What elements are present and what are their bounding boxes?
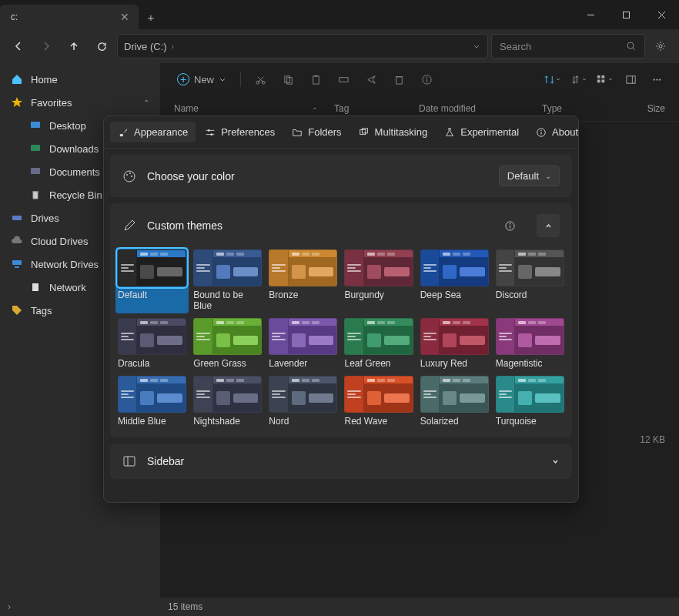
- documents-icon: [29, 166, 42, 177]
- svg-point-47: [131, 176, 132, 177]
- theme-option[interactable]: Bound to be Blue: [193, 249, 262, 311]
- theme-option[interactable]: Turquoise: [496, 376, 564, 427]
- drive-icon: [11, 212, 23, 224]
- minimize-button[interactable]: [573, 0, 608, 29]
- cut-button[interactable]: [249, 68, 272, 91]
- svg-rect-13: [32, 283, 38, 291]
- new-tab-button[interactable]: +: [139, 5, 163, 29]
- svg-rect-8: [31, 145, 40, 151]
- sort-button[interactable]: [540, 68, 564, 91]
- sidebar-item-home[interactable]: Home: [0, 68, 160, 91]
- column-date[interactable]: Date modified: [419, 103, 542, 114]
- theme-label: Deep Sea: [420, 290, 489, 300]
- chevron-up-icon[interactable]: ⌃: [143, 99, 149, 107]
- theme-option[interactable]: Magentistic: [496, 318, 564, 369]
- theme-option[interactable]: Lavender: [269, 318, 337, 369]
- copy-button[interactable]: [276, 68, 299, 91]
- up-button[interactable]: [62, 34, 86, 59]
- section-sidebar[interactable]: Sidebar: [110, 444, 572, 479]
- svg-point-41: [540, 129, 541, 130]
- refresh-button[interactable]: [89, 34, 114, 59]
- divider: [240, 72, 241, 87]
- themes-info-button[interactable]: [498, 214, 521, 237]
- group-button[interactable]: [567, 68, 590, 91]
- theme-option[interactable]: Middle Blue: [118, 376, 186, 427]
- settings-button[interactable]: [648, 34, 673, 59]
- address-bar[interactable]: Drive (C:) ›: [117, 34, 488, 59]
- tab-appearance[interactable]: Appearance: [110, 122, 196, 142]
- theme-option[interactable]: Discord: [496, 249, 564, 311]
- window-tab[interactable]: c: ✕: [0, 5, 139, 29]
- back-button[interactable]: [6, 34, 31, 59]
- theme-preview: [269, 376, 337, 413]
- collapse-button[interactable]: [537, 214, 560, 237]
- svg-rect-18: [313, 75, 319, 83]
- properties-button[interactable]: [415, 68, 438, 91]
- color-dropdown[interactable]: Default ⌄: [499, 166, 560, 186]
- theme-option[interactable]: Deep Sea: [420, 249, 489, 311]
- theme-preview: [193, 376, 262, 413]
- theme-option[interactable]: Bronze: [269, 249, 337, 311]
- svg-rect-11: [12, 260, 22, 265]
- preview-pane-button[interactable]: [619, 68, 642, 91]
- tab-experimental[interactable]: Experimental: [436, 122, 527, 142]
- layout-button[interactable]: [593, 68, 616, 91]
- column-tag[interactable]: Tag: [334, 103, 419, 114]
- status-chevron-icon[interactable]: ›: [8, 601, 11, 612]
- theme-option[interactable]: Leaf Green: [344, 318, 413, 369]
- sidebar-label: Tags: [31, 305, 52, 316]
- theme-preview: [420, 318, 489, 355]
- theme-option[interactable]: Luxury Red: [420, 318, 489, 369]
- tab-title: c:: [11, 12, 18, 22]
- theme-option[interactable]: Dracula: [118, 318, 186, 369]
- theme-option[interactable]: Nightshade: [193, 376, 262, 427]
- svg-point-31: [656, 79, 657, 80]
- theme-option[interactable]: Red Wave: [344, 376, 413, 427]
- search-input[interactable]: Search: [491, 34, 645, 59]
- svg-rect-25: [601, 75, 604, 78]
- maximize-button[interactable]: [608, 0, 644, 29]
- network-icon: [29, 282, 42, 293]
- palette-icon: [122, 169, 136, 183]
- theme-option[interactable]: Burgundy: [344, 249, 413, 311]
- theme-option[interactable]: Solarized: [420, 376, 489, 427]
- more-button[interactable]: [645, 68, 668, 91]
- column-type[interactable]: Type: [542, 103, 627, 114]
- rename-button[interactable]: [332, 68, 355, 91]
- svg-rect-26: [597, 79, 600, 82]
- share-button[interactable]: [360, 68, 383, 91]
- svg-line-5: [633, 48, 635, 50]
- theme-option[interactable]: Nord: [269, 376, 337, 427]
- svg-point-30: [653, 79, 654, 80]
- action-bar: + New: [160, 63, 679, 95]
- new-button[interactable]: + New: [171, 70, 232, 89]
- theme-option[interactable]: Default: [115, 247, 189, 313]
- sidebar-item-favorites[interactable]: Favorites ⌃: [0, 91, 160, 114]
- theme-label: Default: [118, 290, 186, 300]
- tab-multitasking[interactable]: Multitasking: [351, 122, 436, 142]
- forward-button[interactable]: [34, 34, 59, 59]
- sidebar-label: Network Drives: [31, 259, 99, 270]
- settings-body: Choose your color Default ⌄ Custom theme…: [104, 149, 578, 502]
- svg-rect-37: [360, 129, 365, 134]
- column-size[interactable]: Size: [627, 103, 665, 114]
- window-close-button[interactable]: [644, 0, 679, 29]
- tab-about[interactable]: About: [528, 122, 579, 142]
- address-dropdown-icon[interactable]: [472, 42, 481, 51]
- tab-folders[interactable]: Folders: [284, 122, 349, 142]
- sort-up-icon: [311, 105, 319, 112]
- theme-label: Solarized: [420, 416, 489, 427]
- theme-label: Green Grass: [193, 358, 262, 369]
- column-name[interactable]: Name: [174, 103, 334, 114]
- svg-rect-19: [314, 75, 317, 76]
- delete-button[interactable]: [387, 68, 410, 91]
- sliders-icon: [205, 127, 216, 138]
- theme-preview: [496, 249, 564, 286]
- status-bar: › 15 items: [0, 598, 679, 616]
- tab-close-icon[interactable]: ✕: [120, 11, 129, 23]
- title-bar: c: ✕ +: [0, 0, 679, 29]
- paste-button[interactable]: [304, 68, 327, 91]
- theme-option[interactable]: Green Grass: [193, 318, 262, 369]
- theme-preview: [269, 318, 337, 355]
- tab-preferences[interactable]: Preferences: [197, 122, 283, 142]
